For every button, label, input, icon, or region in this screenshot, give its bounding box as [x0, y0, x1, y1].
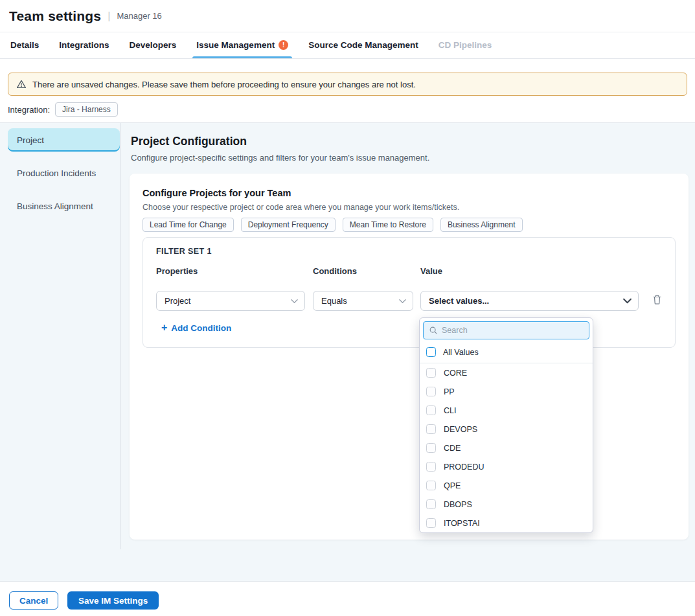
dropdown-search-input[interactable] [442, 326, 584, 335]
filter-set-title: FILTER SET 1 [156, 247, 212, 256]
main-panel: Project Configuration Configure project-… [120, 123, 695, 581]
tab-issue-management[interactable]: Issue Management ! [196, 40, 288, 58]
section-title: Project Configuration [131, 135, 247, 148]
checkbox[interactable] [426, 481, 436, 490]
column-header-value: Value [420, 266, 442, 276]
page-header: Team settings | Manager 16 [0, 0, 695, 32]
option-core[interactable]: CORE [420, 363, 593, 382]
option-qpe[interactable]: QPE [420, 476, 593, 495]
option-cli[interactable]: CLI [420, 401, 593, 420]
chip-business-alignment: Business Alignment [440, 218, 523, 232]
settings-body: Project Production Incidents Business Al… [0, 123, 695, 581]
checkbox[interactable] [426, 518, 436, 528]
chip-mean-time-to-restore: Mean Time to Restore [343, 218, 433, 232]
option-prodedu[interactable]: PRODEDU [420, 457, 593, 476]
integration-row: Integration: Jira - Harness [8, 102, 118, 117]
plus-icon: + [161, 323, 167, 333]
checkbox[interactable] [426, 368, 436, 378]
notice-area: There are unsaved changes. Please save t… [0, 59, 695, 123]
card-title: Configure Projects for your Team [142, 188, 291, 198]
checkbox[interactable] [426, 387, 436, 396]
option-devops[interactable]: DEVOPS [420, 420, 593, 439]
option-pipe[interactable]: PIPE [420, 532, 593, 533]
section-description: Configure project-specific settings and … [131, 153, 429, 163]
integration-chip[interactable]: Jira - Harness [55, 102, 118, 117]
save-im-settings-button[interactable]: Save IM Settings [67, 591, 159, 610]
value-multiselect[interactable]: Select values... [420, 291, 639, 311]
tab-source-code-management[interactable]: Source Code Management [308, 40, 418, 58]
chevron-down-icon [291, 299, 298, 304]
checkbox[interactable] [426, 405, 436, 415]
metric-chips: Lead Time for Change Deployment Frequenc… [142, 218, 523, 232]
option-dbops[interactable]: DBOPS [420, 495, 593, 514]
option-itopstai[interactable]: ITOPSTAI [420, 514, 593, 532]
chip-deployment-frequency: Deployment Frequency [241, 218, 336, 232]
tab-bar: Details Integrations Developers Issue Ma… [0, 32, 695, 59]
footer-bar: Cancel Save IM Settings [0, 581, 695, 616]
cancel-button[interactable]: Cancel [9, 591, 58, 610]
dropdown-search-box [423, 321, 589, 339]
checkbox[interactable] [426, 499, 436, 509]
checkbox[interactable] [426, 424, 436, 434]
integration-label: Integration: [8, 105, 50, 115]
sidebar-item-production-incidents[interactable]: Production Incidents [8, 161, 120, 185]
unsaved-changes-banner: There are unsaved changes. Please save t… [8, 73, 687, 96]
option-pp[interactable]: PP [420, 382, 593, 401]
sidebar-item-project[interactable]: Project [8, 128, 120, 152]
tab-details[interactable]: Details [10, 40, 39, 58]
dropdown-options-list: CORE PP CLI DEVOPS [420, 363, 593, 533]
team-settings-page: Team settings | Manager 16 Details Integ… [0, 0, 695, 616]
sidebar-item-business-alignment[interactable]: Business Alignment [8, 194, 120, 218]
page-title: Team settings [9, 8, 101, 24]
project-configuration-card: Configure Projects for your Team Choose … [130, 174, 689, 540]
card-description: Choose your respective project or code a… [142, 203, 459, 212]
add-condition-button[interactable]: + Add Condition [161, 323, 231, 333]
delete-condition-button[interactable] [650, 294, 663, 307]
chevron-down-icon [399, 299, 406, 304]
search-icon [429, 326, 438, 335]
unsaved-changes-badge-icon: ! [279, 40, 288, 50]
condition-select[interactable]: Equals [313, 291, 413, 311]
column-header-properties: Properties [156, 266, 198, 276]
checkbox[interactable] [426, 462, 436, 472]
option-cde[interactable]: CDE [420, 439, 593, 457]
page-subtitle: Manager 16 [117, 11, 161, 21]
all-values-checkbox[interactable] [426, 347, 436, 357]
select-all-option[interactable]: All Values [420, 343, 593, 363]
value-dropdown-panel: All Values CORE PP CLI [419, 317, 593, 533]
chevron-down-icon [623, 298, 632, 304]
column-header-conditions: Conditions [313, 266, 357, 276]
warning-triangle-icon [16, 79, 27, 89]
checkbox[interactable] [426, 443, 436, 453]
chip-lead-time-for-change: Lead Time for Change [142, 218, 234, 232]
tab-integrations[interactable]: Integrations [59, 40, 109, 58]
sidebar: Project Production Incidents Business Al… [0, 123, 120, 218]
banner-text: There are unsaved changes. Please save t… [32, 80, 416, 89]
tab-developers[interactable]: Developers [130, 40, 177, 58]
trash-icon [652, 294, 663, 307]
title-separator: | [108, 10, 110, 22]
tab-cd-pipelines: CD Pipelines [439, 40, 492, 58]
filter-set-1: FILTER SET 1 Properties Conditions Value… [142, 237, 676, 348]
property-select[interactable]: Project [156, 291, 305, 311]
